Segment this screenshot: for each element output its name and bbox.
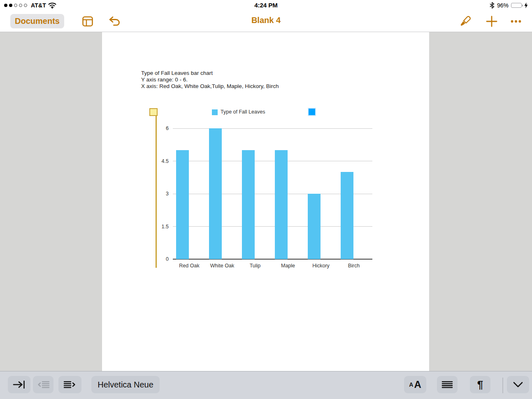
gridline [173, 128, 372, 129]
add-icon[interactable] [485, 15, 498, 28]
document-title: Blank 4 [0, 16, 532, 25]
wifi-icon [48, 2, 56, 9]
paragraph-marks-icon[interactable]: ¶ [470, 376, 490, 393]
charging-bolt-icon [524, 2, 528, 8]
x-axis-tick-label: Birch [333, 263, 374, 269]
y-axis-tick-label: 3 [150, 191, 169, 197]
bar-birch[interactable] [341, 172, 353, 259]
legend-swatch[interactable] [212, 109, 218, 115]
status-right: 96% [490, 2, 528, 9]
undo-icon[interactable] [108, 15, 121, 28]
tab-key-icon[interactable] [8, 376, 30, 393]
page-layout-icon[interactable] [81, 15, 94, 28]
bar-white-oak[interactable] [209, 128, 222, 259]
selection-handle[interactable] [149, 108, 158, 116]
carrier-label: AT&T [31, 2, 46, 9]
status-time: 4:24 PM [0, 2, 532, 9]
legend-label: Type of Fall Leaves [221, 109, 265, 115]
y-axis-tick-label: 4.5 [150, 158, 169, 164]
y-axis-tick-label: 6 [150, 125, 169, 131]
alignment-icon[interactable] [437, 376, 458, 393]
bar-red-oak[interactable] [176, 150, 189, 259]
y-axis-tick-label: 0 [150, 256, 169, 262]
documents-button-label: Documents [15, 16, 60, 26]
battery-percent-label: 96% [497, 2, 509, 9]
bluetooth-icon [490, 2, 495, 9]
font-family-button[interactable]: Helvetica Neue [91, 376, 160, 393]
bar-hickory[interactable] [308, 194, 321, 259]
gridline [173, 161, 372, 161]
body-text[interactable]: Type of Fall Leaves bar chart Y axis ran… [141, 70, 279, 90]
bar-tulip[interactable] [242, 150, 255, 259]
indent-icon[interactable] [58, 376, 81, 393]
text-size-button[interactable]: AA [404, 376, 426, 393]
status-bar: AT&T 4:24 PM 96% [0, 0, 532, 10]
y-axis-tick-label: 1.5 [150, 224, 169, 230]
document-canvas: Type of Fall Leaves bar chart Y axis ran… [0, 32, 532, 371]
font-family-label: Helvetica Neue [98, 380, 153, 390]
cellular-signal-icon [4, 4, 27, 7]
series-color-swatch[interactable] [309, 109, 315, 115]
toolbar-divider [502, 378, 503, 393]
documents-button[interactable]: Documents [10, 14, 64, 28]
top-toolbar: Documents Blank 4 [0, 10, 532, 32]
battery-icon [511, 3, 522, 8]
outdent-icon[interactable] [33, 376, 53, 393]
dismiss-keyboard-icon[interactable] [507, 376, 529, 393]
more-options-icon[interactable] [509, 15, 523, 28]
document-page[interactable]: Type of Fall Leaves bar chart Y axis ran… [102, 32, 429, 371]
bar-maple[interactable] [275, 150, 288, 259]
bottom-toolbar: Helvetica Neue AA ¶ [0, 371, 532, 399]
format-paintbrush-icon[interactable] [458, 15, 472, 28]
status-left: AT&T [4, 2, 56, 9]
